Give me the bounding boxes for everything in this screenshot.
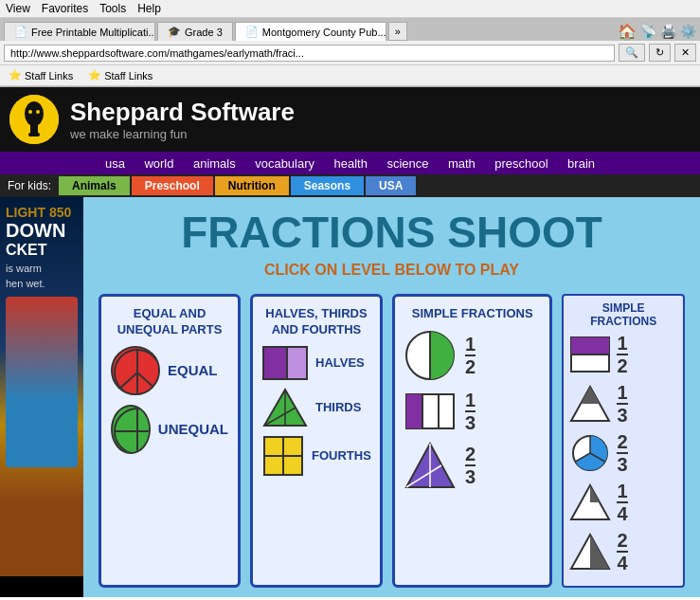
svg-point-4 [28, 110, 32, 114]
address-input[interactable] [4, 45, 615, 62]
bookmark-1-icon: ⭐ [9, 69, 22, 82]
site-title: Sheppard Software [70, 98, 295, 127]
nav-usa[interactable]: usa [105, 156, 125, 171]
rf-frac-quarter-den: 4 [617, 503, 627, 523]
halves-shape [262, 346, 308, 380]
settings-icon[interactable]: ⚙️ [680, 24, 696, 39]
frac-half-num: 1 [465, 335, 476, 356]
close-button[interactable]: ✕ [674, 44, 696, 62]
sub-btn-preschool[interactable]: Preschool [132, 176, 213, 195]
tab-2[interactable]: 🎓 Grade 3 [157, 22, 233, 41]
fourths-label: FOURTHS [312, 448, 371, 463]
panel-equal-title: EQUAL ANDUNEQUAL PARTS [111, 306, 228, 338]
rf-frac-quarter-num: 1 [617, 482, 627, 503]
menu-bar: View Favorites Tools Help [0, 0, 700, 18]
nav-health[interactable]: health [334, 156, 368, 171]
nav-brain[interactable]: brain [567, 156, 595, 171]
thirds-item: THIRDS [262, 388, 370, 427]
fourths-item: FOURTHS [262, 435, 370, 477]
home-icon[interactable]: 🏠 [618, 23, 637, 41]
site-logo [9, 95, 59, 144]
sf-twothirds-frac: 2 3 [465, 445, 476, 486]
panel-equal-unequal[interactable]: EQUAL ANDUNEQUAL PARTS EQUAL [99, 294, 241, 588]
tab-1[interactable]: 📄 Free Printable Multiplicati... [4, 22, 155, 41]
nav-science[interactable]: science [386, 156, 428, 171]
rf-shape-twothirds [569, 434, 611, 472]
tab-2-icon: 🎓 [168, 26, 181, 38]
svg-marker-35 [581, 387, 600, 404]
unequal-row: UNEQUAL [111, 405, 228, 454]
rf-shape-quarter [569, 483, 611, 521]
rf-item-twoquarters: 2 4 [569, 531, 677, 573]
tab-more[interactable]: » [388, 22, 407, 41]
tab-1-icon: 📄 [14, 26, 27, 38]
panel-halves-thirds-fourths[interactable]: HALVES, THIRDSAND FOURTHS HALVES [250, 294, 383, 588]
menu-view[interactable]: View [6, 2, 30, 15]
svg-rect-13 [264, 348, 287, 380]
ad-desc1: is warm [6, 263, 42, 274]
thirds-label: THIRDS [315, 400, 361, 414]
rf-item-half: 1 2 [569, 334, 677, 375]
nav-preschool[interactable]: preschool [494, 156, 547, 171]
rf-frac-third: 1 3 [617, 383, 627, 425]
search-button[interactable]: 🔍 [619, 44, 645, 62]
rf-frac-half: 1 2 [617, 334, 627, 375]
for-kids-label: For kids: [8, 179, 51, 192]
unequal-label: UNEQUAL [158, 421, 228, 437]
ad-image [6, 297, 78, 467]
rf-frac-half-num: 1 [617, 334, 627, 355]
svg-rect-14 [287, 348, 308, 380]
nav-main: usa world animals vocabulary health scie… [0, 152, 700, 174]
rf-frac-twothirds: 2 3 [617, 432, 627, 474]
rss-icon[interactable]: 📡 [640, 24, 656, 39]
fourths-shape [262, 435, 304, 477]
tab-3[interactable]: 📄 Montgomery County Pub... [235, 22, 386, 41]
frac-half-den: 2 [465, 356, 476, 376]
main-content: FRACTIONS SHOOT CLICK ON LEVEL BELOW TO … [83, 197, 700, 597]
equal-circle [111, 346, 160, 395]
site-subtitle: we make learning fun [70, 127, 295, 141]
sf-half-frac: 1 2 [465, 335, 476, 376]
menu-help[interactable]: Help [137, 2, 161, 15]
sub-btn-animals[interactable]: Animals [59, 176, 130, 195]
tab-3-icon: 📄 [245, 26, 259, 38]
rf-frac-twoquarters-den: 4 [617, 553, 627, 573]
bookmark-1[interactable]: ⭐ Staff Links [4, 67, 78, 83]
ad-line1: LIGHT 850 [6, 205, 71, 220]
bookmark-2[interactable]: ⭐ Staff Links [83, 67, 157, 83]
panel-htf-title: HALVES, THIRDSAND FOURTHS [262, 306, 370, 338]
browser-chrome: View Favorites Tools Help 📄 Free Printab… [0, 0, 700, 87]
sub-btn-seasons[interactable]: Seasons [291, 176, 364, 195]
sub-btn-nutrition[interactable]: Nutrition [215, 176, 289, 195]
nav-world[interactable]: world [144, 156, 173, 171]
sf-twothirds-shape [404, 442, 456, 489]
frac-twothirds-den: 3 [465, 466, 476, 486]
tab-3-label: Montgomery County Pub... [262, 27, 386, 38]
panel-simple-right[interactable]: SIMPLE FRACTIONS 1 2 [562, 294, 685, 588]
tab-1-label: Free Printable Multiplicati... [31, 27, 155, 38]
menu-favorites[interactable]: Favorites [42, 2, 88, 15]
panel-simple-fractions[interactable]: SIMPLE FRACTIONS 1 2 [392, 294, 552, 588]
sub-btn-usa[interactable]: USA [366, 176, 416, 195]
rf-frac-third-den: 3 [617, 405, 627, 425]
frac-third-num: 1 [465, 391, 476, 412]
svg-rect-3 [28, 133, 40, 136]
nav-math[interactable]: math [448, 156, 476, 171]
rf-shape-twoquarters [569, 533, 611, 571]
halves-label: HALVES [315, 355, 365, 370]
svg-point-1 [25, 101, 44, 126]
refresh-button[interactable]: ↻ [649, 44, 671, 62]
equal-row: EQUAL [111, 346, 228, 395]
thirds-shape [262, 388, 308, 427]
tab-2-label: Grade 3 [185, 27, 223, 38]
rf-frac-third-num: 1 [617, 383, 627, 405]
left-ad: LIGHT 850 DOWN CKET is warm hen wet. [0, 197, 83, 597]
sf-third-row: 1 3 [404, 391, 540, 432]
nav-vocabulary[interactable]: vocabulary [255, 156, 314, 171]
site-title-wrap: Sheppard Software we make learning fun [70, 98, 295, 141]
halves-item: HALVES [262, 346, 370, 380]
menu-tools[interactable]: Tools [99, 2, 126, 15]
nav-animals[interactable]: animals [193, 156, 236, 171]
print-icon[interactable]: 🖨️ [660, 24, 676, 39]
game-title: FRACTIONS SHOOT [99, 207, 685, 258]
